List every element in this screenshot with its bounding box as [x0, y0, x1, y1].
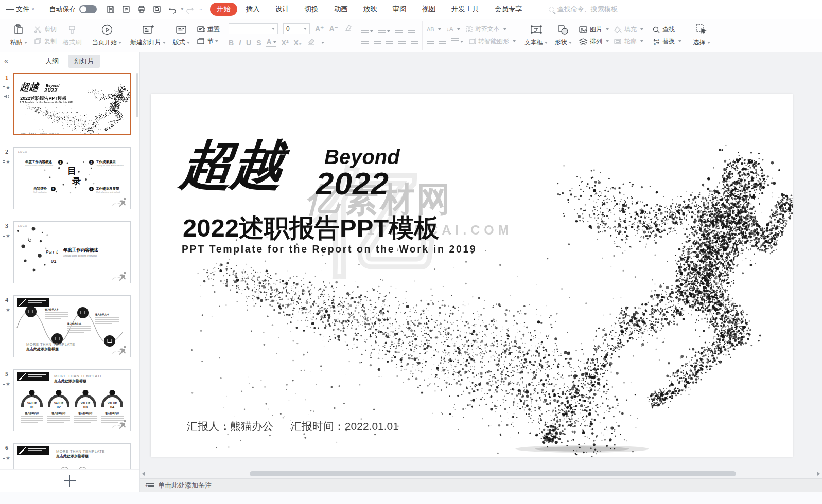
title-cn: 超越	[179, 138, 285, 191]
cover-footer[interactable]: 汇报人：熊猫办公 汇报时间：2022.01.01	[187, 419, 399, 434]
subscript-button[interactable]: X₂	[294, 39, 302, 47]
tab-transition[interactable]: 切换	[298, 3, 325, 16]
save-button[interactable]	[104, 3, 117, 16]
tab-view[interactable]: 视图	[415, 3, 443, 16]
decrease-indent-button[interactable]	[395, 26, 403, 35]
char-spacing-button[interactable]: AB	[427, 26, 441, 32]
tab-insert[interactable]: 插入	[239, 3, 267, 16]
audio-icon	[4, 94, 10, 99]
italic-button[interactable]: I	[239, 39, 241, 47]
shapes-button[interactable]: 形状	[552, 24, 574, 47]
clear-format-icon[interactable]	[343, 24, 353, 33]
line-spacing-button[interactable]	[427, 39, 434, 44]
reset-button[interactable]: 重置	[197, 25, 220, 34]
tab-review[interactable]: 审阅	[386, 3, 413, 16]
panel-scrollbar[interactable]	[136, 73, 138, 117]
cover-subtitle-en[interactable]: PPT Template for the Report on the Work …	[182, 243, 477, 255]
outline-button[interactable]: 轮廓	[613, 37, 643, 46]
increase-indent-button[interactable]	[408, 26, 415, 35]
tab-devtools[interactable]: 开发工具	[445, 3, 486, 16]
command-search-box[interactable]: 查找命令、搜索模板	[549, 5, 618, 14]
main-menu-button[interactable]: 文件 ∨	[6, 5, 35, 14]
slide-thumbnail-5[interactable]: MORE THAN TEMPLATE 点击此处添加副标题 VALUE01 VAL…	[13, 369, 131, 431]
replace-button[interactable]: AB 替换	[652, 37, 681, 46]
redo-button[interactable]	[183, 3, 197, 16]
numbered-list-button[interactable]	[378, 26, 390, 35]
paste-button[interactable]: 粘贴	[7, 24, 30, 47]
notes-bar[interactable]: 单击此处添加备注	[140, 478, 822, 492]
layout-icon	[175, 24, 187, 36]
play-from-current-button[interactable]: 当页开始	[92, 24, 121, 47]
output-button[interactable]	[119, 3, 133, 16]
font-color-button[interactable]: A	[266, 38, 276, 47]
distribute-button[interactable]	[411, 39, 418, 44]
search-placeholder: 查找命令、搜索模板	[557, 5, 618, 14]
bullet-list-button[interactable]	[361, 26, 373, 35]
align-left-button[interactable]	[361, 39, 369, 44]
slide-thumbnail-6[interactable]: MORE THAN TEMPLATE 点击此处添加副标题 输入标题内容 输入标题…	[13, 443, 131, 469]
para-spacing-button[interactable]	[439, 39, 446, 44]
tab-design[interactable]: 设计	[269, 3, 296, 16]
line-height-button[interactable]	[451, 37, 463, 46]
align-center-button[interactable]	[374, 39, 381, 44]
format-painter-button[interactable]: 格式刷	[61, 24, 83, 47]
arrange-button[interactable]: 排列	[579, 37, 609, 46]
section-button[interactable]: 节	[197, 37, 220, 46]
increase-font-icon[interactable]: A⁺	[315, 25, 324, 33]
print-button[interactable]	[135, 3, 148, 16]
undo-dropdown-icon[interactable]: ▾	[181, 7, 184, 11]
cut-button[interactable]: 剪切	[34, 25, 57, 34]
tab-membership[interactable]: 会员专享	[488, 3, 529, 16]
slide-thumb-row-2: 2 ★ LOGO 目 录 年度工作内容概述Annual work content…	[0, 147, 139, 209]
header-logo-box	[17, 446, 49, 455]
arch-value-1: VALUE01	[21, 394, 43, 407]
bold-button[interactable]: B	[229, 39, 234, 47]
cover-title[interactable]: 超越 Beyond 2022	[181, 138, 282, 191]
part-label: Part 01	[46, 246, 59, 265]
slide-canvas[interactable]: 亿 亿素材网 1TZSUCAI.COM 超越 Beyond 2022 2022述…	[151, 94, 793, 457]
highlight-button[interactable]	[307, 38, 324, 47]
collapse-panel-button[interactable]: «	[4, 57, 8, 65]
align-text-button[interactable]: 对齐文本	[465, 25, 506, 33]
justify-button[interactable]	[398, 39, 406, 44]
slide-thumbnail-4[interactable]: 输入你的文本 输入你的文本 输入你的文本 MORE THAN TEMPLATE …	[13, 295, 131, 357]
strikethrough-button[interactable]: S	[256, 39, 261, 47]
scroll-thumb[interactable]	[250, 471, 736, 476]
to-smartart-button[interactable]: 转智能图形	[468, 37, 516, 46]
decrease-font-icon[interactable]: A⁻	[329, 25, 339, 33]
copy-button[interactable]: 复制	[34, 37, 57, 46]
slide-number: 6	[5, 444, 8, 452]
font-size-select[interactable]: 0	[283, 23, 310, 34]
customize-toolbar-icon[interactable]: ⌄	[199, 7, 203, 11]
text-direction-button[interactable]: ↓A	[446, 26, 460, 33]
scroll-left-arrow[interactable]	[142, 472, 145, 476]
select-cursor-icon	[695, 24, 708, 36]
fill-button[interactable]: 填充	[613, 25, 643, 34]
autosave-toggle[interactable]	[79, 5, 97, 13]
scroll-right-arrow[interactable]	[817, 472, 820, 476]
slide-thumbnail-2[interactable]: LOGO 目 录 年度工作内容概述Annual work content ove…	[13, 147, 131, 209]
superscript-button[interactable]: X²	[282, 39, 289, 47]
find-button[interactable]: 查找	[652, 25, 681, 34]
slide-thumbnail-1[interactable]: 超越 Beyond 2022 2022述职报告PPT模板 PPT Templat…	[13, 73, 131, 135]
print-preview-button[interactable]	[150, 3, 164, 16]
undo-button[interactable]	[166, 3, 179, 16]
tab-outline[interactable]: 大纲	[39, 55, 65, 68]
tab-slides[interactable]: 幻灯片	[68, 55, 100, 68]
text-box-button[interactable]: 文本框	[524, 24, 548, 47]
slide-thumb-row-4: 4 ★ 输入你的文本 输入你的文本	[0, 295, 139, 357]
new-slide-button[interactable]: 新建幻灯片	[130, 24, 166, 47]
tab-home[interactable]: 开始	[210, 3, 237, 16]
underline-button[interactable]: U	[246, 39, 251, 47]
select-button[interactable]: 选择	[690, 24, 713, 47]
slide-thumbnail-3[interactable]: LOGO Part 01 年度工作内容概述 Annual work conten…	[13, 221, 131, 283]
picture-button[interactable]: 图片	[579, 25, 609, 34]
layout-button[interactable]: 版式	[170, 24, 193, 47]
align-right-button[interactable]	[386, 39, 393, 44]
new-slide-plus-button[interactable]	[64, 475, 76, 487]
tab-slideshow[interactable]: 放映	[357, 3, 384, 16]
cover-subtitle[interactable]: 2022述职报告PPT模板	[183, 211, 439, 245]
file-menu-label: 文件	[16, 5, 29, 14]
font-name-select[interactable]	[229, 23, 278, 34]
tab-animation[interactable]: 动画	[327, 3, 355, 16]
